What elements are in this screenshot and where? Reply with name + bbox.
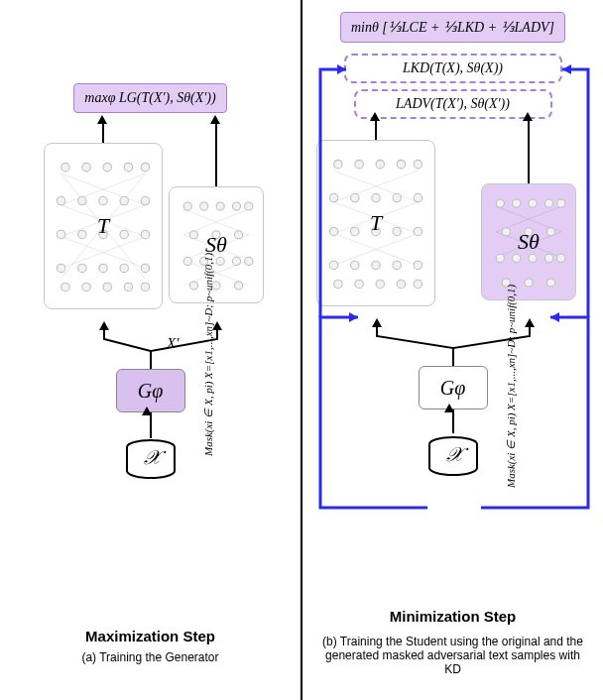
svg-point-23	[57, 264, 64, 272]
left-networks: T	[0, 127, 301, 325]
svg-point-80	[351, 261, 359, 269]
formula-text: LKD(T(X), Sθ(X))	[403, 60, 503, 75]
mask-annotation: Mask(xi ∈ X, pi) X=[x1,...,xn]~D; p~unif…	[202, 253, 215, 456]
left-caption: (a) Training the Generator	[0, 650, 301, 664]
svg-point-12	[141, 163, 149, 171]
svg-point-100	[546, 228, 554, 236]
left-max-formula: maxφ LG(T(X′), Sθ(X′))	[73, 83, 226, 113]
generator-label: Gφ	[138, 380, 164, 403]
svg-point-74	[329, 227, 337, 235]
mask-annotation: Mask(xi ∈ X, pi) X=[x1,...,xn]~D; p~unif…	[505, 285, 518, 488]
svg-point-16	[120, 196, 128, 204]
svg-point-32	[141, 283, 149, 291]
fork-arrows	[2, 321, 300, 371]
svg-point-22	[141, 230, 149, 238]
svg-point-41	[216, 202, 224, 210]
svg-point-66	[376, 160, 384, 168]
svg-point-103	[529, 254, 537, 262]
left-panel: maxφ LG(T(X′), Sθ(X′))	[0, 0, 301, 700]
svg-point-81	[372, 261, 380, 269]
svg-point-24	[78, 264, 86, 272]
svg-point-47	[183, 257, 191, 265]
svg-point-27	[141, 264, 149, 272]
student-label: Sθ	[518, 229, 540, 255]
svg-point-51	[245, 257, 253, 265]
teacher-label: T	[370, 210, 382, 236]
svg-point-42	[232, 202, 240, 210]
svg-point-26	[120, 264, 128, 272]
svg-point-105	[557, 254, 565, 262]
svg-point-94	[513, 199, 521, 207]
svg-point-73	[414, 193, 422, 201]
svg-point-79	[329, 261, 337, 269]
right-networks: T Sθ	[302, 124, 603, 322]
svg-point-83	[414, 261, 422, 269]
data-source: 𝒳	[125, 439, 177, 479]
svg-point-18	[57, 230, 64, 238]
x-prime-label: X′	[167, 335, 179, 352]
right-kd-formula: LKD(T(X), Sθ(X))	[344, 54, 562, 83]
svg-point-50	[232, 257, 240, 265]
svg-point-15	[99, 196, 107, 204]
svg-point-30	[103, 283, 111, 291]
svg-point-46	[234, 231, 242, 239]
svg-marker-55	[99, 321, 109, 330]
svg-point-54	[234, 282, 242, 290]
right-panel: minθ [⅓LCE + ⅓LKD + ⅓LADV] LKD(T(X), Sθ(…	[301, 0, 603, 700]
svg-point-17	[141, 196, 149, 204]
right-min-formula: minθ [⅓LCE + ⅓LKD + ⅓LADV]	[340, 12, 565, 43]
svg-point-72	[393, 193, 401, 201]
svg-point-86	[376, 280, 384, 288]
svg-point-11	[124, 163, 132, 171]
teacher-network: T	[44, 143, 163, 309]
svg-point-67	[397, 160, 405, 168]
formula-text: minθ [⅓LCE + ⅓LKD + ⅓LADV]	[351, 20, 554, 35]
data-symbol: 𝒳	[143, 446, 159, 469]
svg-point-52	[189, 282, 197, 290]
svg-point-68	[414, 160, 422, 168]
svg-point-107	[525, 279, 533, 287]
svg-point-101	[496, 254, 504, 262]
left-title: Maximization Step	[0, 628, 301, 644]
svg-point-9	[82, 163, 90, 171]
svg-point-49	[216, 257, 224, 265]
teacher-label: T	[97, 213, 109, 239]
student-network: Sθ	[481, 183, 576, 300]
svg-point-39	[183, 202, 191, 210]
svg-point-10	[103, 163, 111, 171]
svg-point-98	[502, 228, 510, 236]
svg-point-8	[61, 163, 69, 171]
svg-point-40	[200, 202, 208, 210]
svg-point-95	[529, 199, 537, 207]
svg-point-19	[78, 230, 86, 238]
svg-point-69	[329, 193, 337, 201]
data-symbol: 𝒳	[445, 443, 461, 466]
svg-point-77	[393, 227, 401, 235]
svg-point-70	[351, 193, 359, 201]
svg-point-44	[189, 231, 197, 239]
svg-point-108	[546, 279, 554, 287]
teacher-network: T	[316, 140, 435, 306]
svg-point-65	[355, 160, 363, 168]
svg-point-78	[414, 227, 422, 235]
svg-point-104	[544, 254, 552, 262]
svg-point-84	[334, 280, 342, 288]
formula-text: LADV(T(X′), Sθ(X′))	[396, 96, 510, 111]
svg-point-102	[513, 254, 521, 262]
svg-point-29	[82, 283, 90, 291]
svg-point-82	[393, 261, 401, 269]
generator-label: Gφ	[440, 377, 466, 400]
svg-marker-110	[525, 318, 535, 327]
svg-marker-115	[562, 64, 571, 74]
svg-point-85	[355, 280, 363, 288]
svg-point-71	[372, 193, 380, 201]
svg-point-43	[245, 202, 253, 210]
student-network: Sθ	[169, 186, 264, 303]
right-caption: (b) Training the Student using the origi…	[302, 635, 603, 676]
svg-point-21	[120, 230, 128, 238]
svg-point-64	[334, 160, 342, 168]
svg-point-96	[544, 199, 552, 207]
fork-arrows-right	[304, 318, 602, 368]
svg-point-25	[99, 264, 107, 272]
svg-marker-109	[372, 318, 382, 327]
